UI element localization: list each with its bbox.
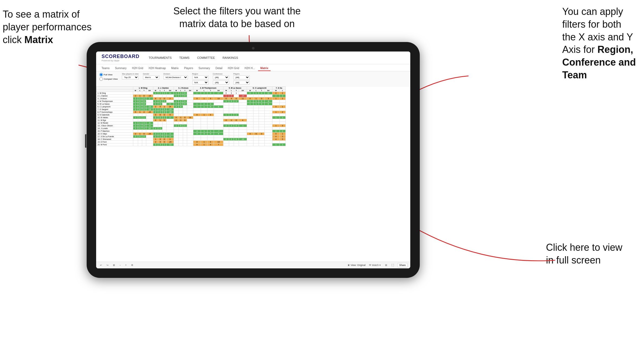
matrix-cell [239, 111, 247, 114]
max-players-select[interactable]: Top 25 [122, 75, 138, 79]
grid-btn[interactable]: ⊞ [384, 263, 388, 267]
matrix-cell [183, 143, 187, 146]
matrix-cell [272, 114, 280, 116]
conference-select2[interactable]: (All) [213, 81, 229, 85]
share-button[interactable]: Share [397, 263, 408, 267]
matrix-cell [223, 135, 229, 138]
settings-btn[interactable]: ⚙ [130, 263, 134, 267]
matrix-cell [146, 116, 153, 119]
matrix-cell: 1 [253, 92, 259, 95]
matrix-cell [201, 119, 207, 122]
matrix-cell: 1 [183, 124, 187, 127]
matrix-cell [253, 143, 259, 146]
matrix-cell: -6 [146, 122, 153, 124]
row-label: 14. J Lundin [96, 127, 133, 130]
sub-tabs: Teams Summary H2H Grid H2H Heatmap Matri… [96, 64, 410, 71]
zoom-fit-btn[interactable]: ⊞ [112, 263, 116, 267]
matrix-cell [272, 122, 280, 124]
matrix-cell [179, 111, 183, 114]
matrix-cell [174, 111, 178, 114]
region-select2[interactable]: N/A [192, 81, 209, 85]
matrix-cell [264, 122, 272, 124]
row-label: 5. M La Sasso [96, 103, 133, 105]
matrix-cell: 1 [142, 116, 146, 119]
matrix-cell: 1 [201, 141, 207, 143]
matrix-cell: 1 [179, 95, 183, 97]
matrix-table: 1. W Ding 2. L Clanton 3. J Koivun 4. M … [96, 86, 286, 146]
tab-matrix-active[interactable]: Matrix [258, 66, 270, 71]
matrix-cell [142, 119, 146, 122]
tablet-device: SCOREBOARD Powered by clippd TOURNAMENTS… [87, 42, 420, 278]
compact-view-option[interactable]: Compact View [99, 77, 118, 81]
matrix-cell: 2 [153, 111, 158, 114]
matrix-cell [167, 130, 174, 133]
players-select1[interactable]: (All) [233, 75, 250, 79]
fullscreen-btn[interactable]: ⛶ [391, 263, 395, 267]
matrix-cell: 1 [162, 143, 167, 146]
matrix-cell [153, 122, 158, 124]
tab-matrix[interactable]: Matrix [169, 66, 181, 71]
view-label: 🖥 View: Original [347, 264, 366, 266]
matrix-cell [142, 143, 146, 146]
matrix-cell [174, 133, 178, 135]
matrix-cell: 1 [179, 100, 183, 103]
matrix-cell [183, 108, 187, 111]
tab-h2h-grid[interactable]: H2H Grid [130, 66, 145, 71]
full-view-option[interactable]: Full View [99, 73, 118, 76]
tab-summary[interactable]: Summary [113, 66, 129, 71]
region-select1[interactable]: N/A [192, 75, 209, 79]
matrix-cell [234, 105, 239, 108]
tab-summary2[interactable]: Summary [196, 66, 212, 71]
undo-btn[interactable]: ↩ [99, 263, 103, 267]
tab-h2h-grid2[interactable]: H2H Grid [226, 66, 241, 71]
filter-conference: Conference (All) (All) [213, 73, 229, 85]
matrix-cell [253, 108, 259, 111]
matrix-area[interactable]: 1. W Ding 2. L Clanton 3. J Koivun 4. M … [96, 86, 410, 262]
logo-sub: Powered by clippd [102, 59, 139, 62]
matrix-cell [214, 103, 223, 105]
matrix-cell [138, 92, 142, 95]
redo-btn[interactable]: ↪ [105, 263, 110, 267]
tab-teams[interactable]: Teams [99, 66, 112, 71]
matrix-cell: 10 [187, 116, 193, 119]
tab-h2h-heatmap[interactable]: H2H Heatmap [147, 66, 168, 71]
zoom-in-btn[interactable]: + [124, 263, 128, 267]
matrix-cell [259, 130, 264, 133]
full-view-radio[interactable] [99, 73, 103, 76]
players-select2[interactable]: (All) [233, 81, 250, 85]
matrix-cell: 2 [279, 130, 285, 133]
matrix-cell [264, 105, 272, 108]
sub-w5: W [223, 89, 229, 92]
matrix-cell: 0 [207, 105, 214, 108]
tab-h2h-h[interactable]: H2H H... [242, 66, 257, 71]
sub-w4: W [193, 89, 201, 92]
matrix-cell [187, 97, 193, 100]
nav-tournaments[interactable]: TOURNAMENTS [148, 56, 173, 60]
row-label: 10. B Valdes [96, 116, 133, 119]
nav-committee[interactable]: COMMITTEE [196, 56, 216, 60]
tab-detail[interactable]: Detail [213, 66, 225, 71]
nav-teams[interactable]: TEAMS [178, 56, 191, 60]
gender-select[interactable]: Men's [143, 75, 159, 79]
matrix-cell: 4 [158, 105, 162, 108]
division-select[interactable]: NCAA Division I [164, 75, 188, 79]
tab-players[interactable]: Players [182, 66, 195, 71]
sub-dif4: Dif [214, 89, 223, 92]
matrix-cell: 0 [153, 119, 158, 122]
matrix-cell [201, 116, 207, 119]
matrix-cell: 2 [279, 95, 285, 97]
matrix-cell [142, 114, 146, 116]
table-row: 8. P Summerhays512-45220-1612 [96, 111, 286, 114]
matrix-cell: 4 [167, 133, 174, 135]
matrix-cell: 1 [253, 97, 259, 100]
conference-select1[interactable]: (All) [213, 75, 229, 79]
matrix-cell: -16 [167, 111, 174, 114]
matrix-cell: 2 [279, 111, 285, 114]
matrix-cell: 1 [153, 103, 158, 105]
compact-view-radio[interactable] [99, 77, 103, 81]
nav-rankings[interactable]: RANKINGS [222, 56, 239, 60]
matrix-cell [223, 111, 229, 114]
matrix-cell [146, 138, 153, 141]
zoom-out-btn[interactable]: − [118, 263, 122, 267]
watch-btn[interactable]: 👁 Watch ▾ [368, 263, 382, 267]
